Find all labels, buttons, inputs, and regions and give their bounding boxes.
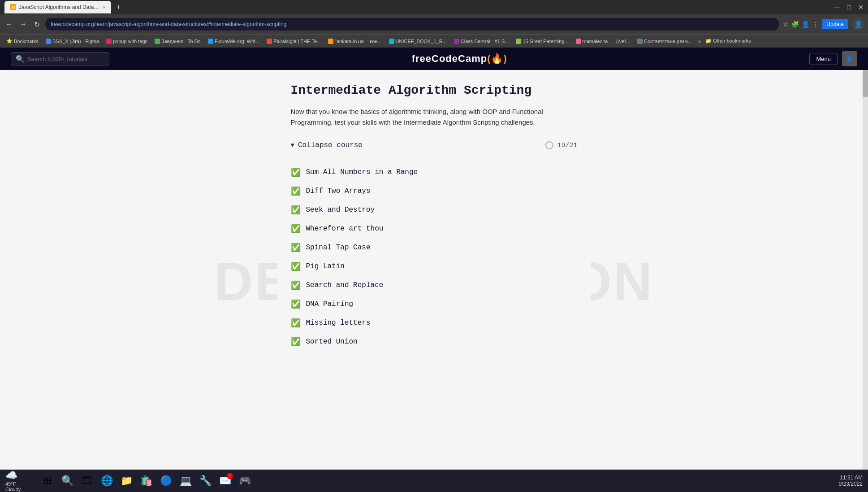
weather-icon: ☁️ (5, 470, 17, 481)
section-description: Now that you know the basics of algorith… (291, 106, 578, 128)
scrollbar[interactable] (863, 70, 868, 492)
avatar-button[interactable]: 👤 (842, 51, 857, 66)
user-profile-button[interactable]: 👤 (852, 18, 864, 30)
lesson-label: Sum All Numbers in a Range (306, 168, 418, 176)
taskbar-time-text: 11:31 AM (839, 475, 863, 481)
content-area: Intermediate Algorithm Scripting Now tha… (277, 70, 591, 492)
search-taskbar-button[interactable]: 🔍 (59, 473, 75, 489)
menu-button[interactable]: Menu (809, 53, 838, 65)
close-window-button[interactable]: ✕ (858, 4, 864, 11)
lesson-item[interactable]: ✅ Seek and Destroy (291, 200, 578, 219)
check-icon: ✅ (291, 261, 301, 271)
lesson-item[interactable]: ✅ Pig Latin (291, 257, 578, 276)
search-input[interactable] (27, 56, 104, 62)
check-icon: ✅ (291, 224, 301, 234)
bookmark-parenting[interactable]: 15 Great Parenting... (513, 38, 571, 45)
new-tab-button[interactable]: + (117, 3, 121, 11)
collapse-arrow-icon: ▼ (291, 142, 294, 149)
lesson-list: ✅ Sum All Numbers in a Range ✅ Diff Two … (291, 163, 578, 351)
app-icon-1[interactable]: 🔧 (197, 473, 213, 489)
check-icon: ✅ (291, 167, 301, 177)
lesson-label: Sorted Union (306, 338, 358, 346)
collapse-course-button[interactable]: ▼ Collapse course (291, 141, 363, 149)
lesson-item[interactable]: ✅ Spinal Tap Case (291, 238, 578, 257)
tab-favicon: JS (10, 4, 16, 10)
lesson-item[interactable]: ✅ Wherefore art thou (291, 219, 578, 238)
file-explorer-icon[interactable]: 📁 (118, 473, 134, 489)
update-button[interactable]: Update (822, 19, 848, 29)
check-icon: ✅ (291, 337, 301, 347)
chrome-icon[interactable]: 🔵 (158, 473, 174, 489)
tab-close-button[interactable]: × (103, 4, 105, 10)
bookmark-mamalecha[interactable]: mamalecha — Live!... (573, 38, 633, 45)
taskbar: ☁️ 49°F Cloudy ⊞ 🔍 🗔 🌐 📁 🛍️ 🔵 💻 🔧 ✉️ 1 🎮… (0, 470, 868, 492)
bookmarks-bar: ⭐ Bookmarks BSA_X (Jira) - Figma popup w… (0, 34, 868, 48)
mail-icon[interactable]: ✉️ 1 (217, 473, 233, 489)
taskbar-icons: ⊞ 🔍 🗔 🌐 📁 🛍️ 🔵 💻 🔧 ✉️ 1 🎮 (39, 473, 253, 489)
start-button[interactable]: ⊞ (39, 473, 56, 489)
check-icon: ✅ (291, 299, 301, 309)
title-bar: JS JavaScript Algorithms and Data... × +… (0, 0, 868, 14)
vscode-icon[interactable]: 💻 (177, 473, 194, 489)
window-controls: — □ ✕ (834, 4, 864, 11)
progress-indicator: 19/21 (545, 141, 577, 149)
taskbar-clock: 11:31 AM 9/23/2022 (839, 475, 863, 487)
fcc-logo: freeCodeCamp(🔥) (412, 53, 507, 65)
lesson-label: Pig Latin (306, 262, 345, 270)
lesson-item[interactable]: ✅ DNA Pairing (291, 295, 578, 313)
lesson-item[interactable]: ✅ Missing letters (291, 313, 578, 332)
url-text: freecodecamp.org/learn/javascript-algori… (51, 21, 774, 27)
weather-desc: Cloudy (5, 487, 21, 492)
store-icon[interactable]: 🛍️ (138, 473, 154, 489)
header-right: Menu 👤 (809, 51, 857, 66)
forward-button[interactable]: → (18, 18, 29, 30)
progress-circle-icon (545, 141, 553, 149)
bookmark-popup[interactable]: popup with tags (104, 38, 150, 45)
lesson-label: Missing letters (306, 319, 371, 327)
task-view-button[interactable]: 🗔 (79, 473, 95, 489)
search-icon: 🔍 (16, 55, 25, 63)
bookmark-classcentral[interactable]: Class Central - #1 S... (451, 38, 512, 45)
back-button[interactable]: ← (4, 18, 14, 30)
more-bookmarks[interactable]: » (698, 39, 701, 44)
lesson-label: Spinal Tap Case (306, 244, 371, 252)
bookmark-unicef[interactable]: UNICEF_BOOK_1_R... (386, 38, 449, 45)
minimize-button[interactable]: — (834, 4, 840, 11)
lesson-item[interactable]: ✅ Search and Replace (291, 276, 578, 295)
search-box[interactable]: 🔍 (11, 52, 109, 65)
weather-temp: 49°F (5, 481, 16, 487)
user-icon: 👤 (846, 56, 853, 62)
lesson-item[interactable]: ✅ Sum All Numbers in a Range (291, 163, 578, 182)
browser-tab[interactable]: JS JavaScript Algorithms and Data... × (4, 1, 111, 13)
lesson-item[interactable]: ✅ Diff Two Arrays (291, 182, 578, 200)
course-header: ▼ Collapse course 19/21 (291, 141, 578, 154)
profile-icon[interactable]: 👤 (802, 21, 809, 28)
bookmark-bookmarks[interactable]: ⭐ Bookmarks (4, 37, 41, 45)
mail-badge: 1 (227, 473, 233, 479)
extensions-icon[interactable]: 🧩 (791, 21, 799, 28)
bookmark-sootv[interactable]: Соответствие разм... (635, 38, 695, 45)
bookmark-ankara[interactable]: "ankara.in.ua" - кон... (325, 38, 384, 45)
app-icon-2[interactable]: 🎮 (237, 473, 253, 489)
address-bar-icons: ☆ 🧩 👤 ⋮ (783, 21, 818, 28)
tab-label: JavaScript Algorithms and Data... (19, 4, 98, 10)
refresh-button[interactable]: ↻ (32, 18, 42, 30)
maximize-button[interactable]: □ (847, 4, 851, 11)
lesson-label: Wherefore art thou (306, 225, 384, 233)
settings-icon[interactable]: ⋮ (812, 21, 818, 28)
lesson-label: Diff Two Arrays (306, 187, 371, 195)
weather-widget: ☁️ 49°F Cloudy (5, 470, 32, 492)
scrollbar-thumb[interactable] (863, 70, 868, 97)
tabs-area: JS JavaScript Algorithms and Data... × + (4, 1, 121, 13)
bookmark-task[interactable]: Завдання - To Do (152, 38, 203, 45)
bookmark-bsa[interactable]: BSA_X (Jira) - Figma (43, 38, 102, 45)
lesson-item[interactable]: ✅ Sorted Union (291, 332, 578, 351)
bookmark-pluralsight[interactable]: Pluralsight | THE Te... (264, 38, 324, 45)
bookmark-star-icon[interactable]: ☆ (783, 21, 789, 28)
check-icon: ✅ (291, 186, 301, 196)
bookmark-futureme[interactable]: FutureMe.org: Writ... (205, 38, 263, 45)
url-bar[interactable]: freecodecamp.org/learn/javascript-algori… (45, 18, 779, 30)
check-icon: ✅ (291, 243, 301, 253)
bookmark-other[interactable]: 📁 Other bookmarks (703, 37, 753, 45)
edge-browser-icon[interactable]: 🌐 (99, 473, 115, 489)
